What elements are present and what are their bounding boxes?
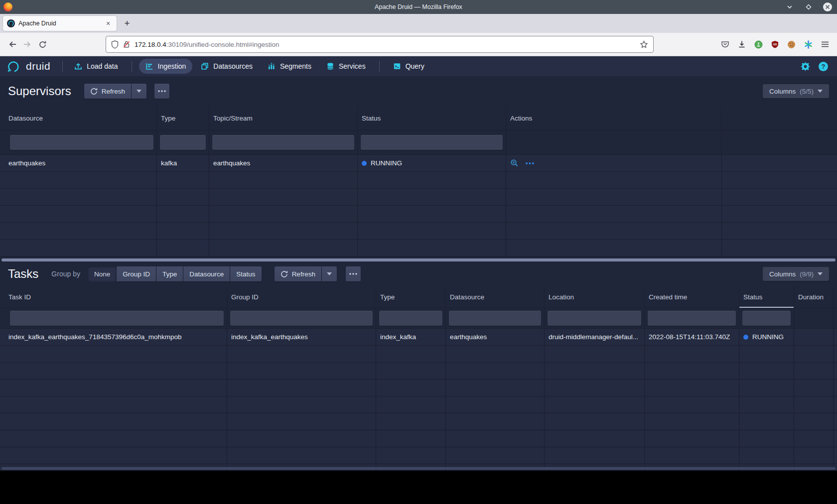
empty-cell — [445, 430, 544, 447]
new-tab-button[interactable]: + — [120, 16, 135, 31]
empty-cell — [739, 396, 794, 413]
tasks-filter-location[interactable] — [548, 311, 641, 326]
column-header-location[interactable]: Location — [544, 286, 644, 308]
tasks-filter-duration-empty — [794, 308, 833, 328]
empty-cell — [833, 430, 837, 447]
column-header-datasource[interactable]: Datasource — [0, 106, 156, 130]
tasks-filter-datasource[interactable] — [449, 311, 541, 326]
ublock-shield-icon[interactable]: UO — [771, 40, 779, 48]
supervisors-table: Datasource Type Topic/Stream Status Acti… — [0, 106, 837, 256]
empty-cell — [209, 240, 357, 256]
help-icon[interactable]: ? — [819, 62, 828, 71]
nav-item-load-data[interactable]: Load data — [68, 59, 124, 74]
url-bar[interactable]: 172.18.0.4:30109/unified-console.html#in… — [106, 36, 654, 53]
column-header-created-time[interactable]: Created time — [644, 286, 739, 308]
supervisors-filter-type[interactable] — [160, 135, 206, 150]
empty-cell — [739, 379, 794, 396]
empty-cell — [0, 189, 156, 205]
nav-item-services[interactable]: Services — [320, 59, 372, 74]
menu-hamburger-icon[interactable] — [821, 41, 829, 48]
tab-close-icon[interactable]: × — [104, 19, 113, 28]
nav-item-ingestion[interactable]: Ingestion — [139, 59, 193, 74]
column-header-type[interactable]: Type — [376, 286, 445, 308]
empty-cell — [794, 379, 833, 396]
column-header-type[interactable]: Type — [156, 106, 209, 130]
column-header-task-id[interactable]: Task ID — [0, 286, 227, 308]
empty-cell — [209, 206, 357, 222]
column-header-datasource[interactable]: Datasource — [445, 286, 544, 308]
empty-cell — [506, 240, 721, 256]
nav-item-query[interactable]: Query — [387, 59, 431, 74]
supervisors-filter-status[interactable] — [361, 135, 503, 150]
column-header-topic-stream[interactable]: Topic/Stream — [209, 106, 357, 130]
forward-icon[interactable] — [20, 37, 35, 52]
druid-wordmark: druid — [26, 60, 50, 72]
more-dots-icon — [349, 273, 357, 275]
table-row-empty — [0, 396, 837, 413]
supervisors-refresh-interval-dropdown[interactable] — [132, 84, 146, 99]
tasks-filter-task-id[interactable] — [10, 311, 224, 326]
tracking-shield-icon[interactable] — [111, 40, 119, 49]
group-by-none-button[interactable]: None — [88, 266, 116, 281]
cookie-extension-icon[interactable] — [787, 40, 796, 49]
empty-cell — [227, 396, 376, 413]
supervisors-filter-datasource[interactable] — [10, 135, 153, 150]
supervisors-more-button[interactable] — [154, 84, 169, 99]
window-maximize-icon[interactable] — [804, 2, 813, 11]
nav-item-datasources[interactable]: Datasources — [194, 59, 259, 74]
tasks-horizontal-scrollbar[interactable] — [1, 467, 836, 470]
column-header-status[interactable]: Status — [357, 106, 506, 130]
tasks-columns-button[interactable]: Columns (9/9) — [763, 267, 829, 281]
tasks-filter-type[interactable] — [379, 311, 442, 326]
tasks-filter-status[interactable] — [742, 311, 791, 326]
druid-logo[interactable]: druid — [7, 60, 50, 73]
group-by-status-button[interactable]: Status — [230, 266, 261, 281]
tasks-refresh-interval-dropdown[interactable] — [322, 266, 337, 281]
group-by-button-group: None Group ID Type Datasource Status — [88, 266, 262, 281]
empty-cell — [357, 223, 506, 239]
empty-cell — [644, 363, 739, 379]
supervisors-filter-topic-stream[interactable] — [212, 135, 354, 150]
group-by-datasource-button[interactable]: Datasource — [183, 266, 230, 281]
window-close-icon[interactable] — [823, 2, 832, 11]
bookmark-star-icon[interactable] — [640, 40, 648, 49]
column-header-group-id[interactable]: Group ID — [227, 286, 376, 308]
url-text[interactable]: 172.18.0.4:30109/unified-console.html#in… — [135, 41, 636, 48]
empty-cell — [794, 346, 833, 362]
group-by-type-button[interactable]: Type — [156, 266, 183, 281]
supervisors-columns-button[interactable]: Columns (5/5) — [763, 84, 829, 98]
column-header-duration[interactable]: Duration — [794, 286, 833, 308]
extension-green-icon[interactable] — [754, 40, 763, 49]
inspect-magnifier-icon[interactable] — [510, 159, 519, 167]
tasks-filter-group-id[interactable] — [230, 311, 373, 326]
column-spacer — [833, 286, 837, 308]
group-by-group-id-button[interactable]: Group ID — [117, 266, 156, 281]
empty-cell — [544, 447, 644, 464]
insecure-lock-icon[interactable] — [123, 40, 131, 48]
column-header-status-sorted[interactable]: Status — [739, 286, 794, 308]
nav-item-segments[interactable]: Segments — [261, 59, 318, 74]
nav-item-label: Datasources — [213, 62, 253, 70]
empty-cell — [156, 223, 209, 239]
tab-title: Apache Druid — [18, 20, 100, 27]
settings-gear-icon[interactable] — [801, 62, 810, 71]
tasks-refresh-button[interactable]: Refresh — [275, 266, 321, 281]
back-icon[interactable] — [5, 37, 20, 52]
empty-cell — [739, 447, 794, 464]
empty-cell — [506, 189, 721, 205]
downloads-icon[interactable] — [738, 40, 746, 48]
supervisors-refresh-button[interactable]: Refresh — [84, 84, 131, 99]
tasks-header: Tasks Group by None Group ID Type Dataso… — [0, 261, 837, 286]
empty-cell — [644, 447, 739, 464]
cell-datasource: earthquakes — [0, 155, 156, 171]
asterisk-extension-icon[interactable] — [804, 40, 813, 49]
supervisors-title: Supervisors — [8, 84, 71, 98]
tab-apache-druid[interactable]: Apache Druid × — [3, 16, 117, 31]
tasks-more-button[interactable] — [346, 266, 361, 281]
row-more-actions-icon[interactable] — [526, 162, 534, 164]
tasks-filter-created-time[interactable] — [648, 311, 736, 326]
task-row: index_kafka_earthquakes_7184357396d6c0a_… — [0, 329, 837, 346]
reload-icon[interactable] — [35, 37, 50, 52]
pocket-icon[interactable] — [721, 40, 729, 48]
window-minimize-icon[interactable] — [785, 2, 794, 11]
